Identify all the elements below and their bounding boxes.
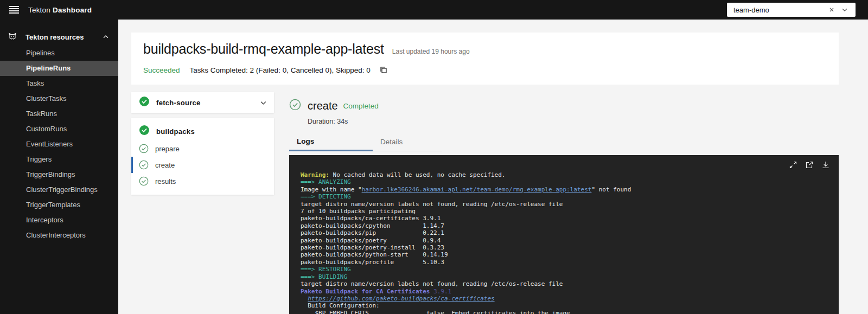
sidebar-item-tasks[interactable]: Tasks (0, 76, 118, 91)
sidebar-item-eventlisteners[interactable]: EventListeners (0, 137, 118, 152)
clear-icon[interactable] (825, 3, 838, 16)
log-viewer: Warning: No cached data will be used, no… (289, 155, 839, 314)
step-title: create (308, 100, 338, 112)
step-label: prepare (155, 145, 180, 153)
log-line: ===> DETECTING (301, 193, 839, 200)
tab-bar: Logs Details (289, 134, 839, 151)
log-line: paketo-buildpacks/procfile 5.10.3 (301, 259, 839, 266)
task-list: fetch-source buildpacks preparecreateres… (131, 92, 274, 195)
checkmark-outline-icon (139, 144, 149, 153)
log-line: Build Configuration: (301, 302, 839, 309)
duration-label: Duration: 34s (308, 118, 839, 125)
tab-logs[interactable]: Logs (289, 134, 373, 151)
chevron-up-icon (102, 33, 110, 41)
sidebar-nav: PipelinesPipelineRunsTasksClusterTasksTa… (0, 46, 118, 243)
log-toolbar (787, 158, 832, 171)
log-line: Image with name "harbor.lke366246.akamai… (301, 186, 839, 193)
maximize-icon[interactable] (787, 158, 800, 171)
log-line: target distro name/version labels not fo… (301, 280, 839, 287)
sidebar-item-clustertasks[interactable]: ClusterTasks (0, 91, 118, 106)
namespace-value: team-demo (733, 6, 825, 14)
checkmark-outline-icon (139, 160, 149, 170)
sidebar-item-clusterinterceptors[interactable]: ClusterInterceptors (0, 228, 118, 243)
log-line: ===> RESTORING (301, 266, 839, 273)
log-line: 7 of 10 buildpacks participating (301, 208, 839, 215)
tekton-logo-icon (8, 32, 17, 42)
brand-prefix: Tekton (28, 6, 53, 14)
step-list: preparecreateresults (131, 140, 274, 189)
log-line: paketo-buildpacks/poetry-install 0.3.23 (301, 244, 839, 251)
download-icon[interactable] (819, 158, 832, 171)
sidebar-item-triggerbindings[interactable]: TriggerBindings (0, 167, 118, 182)
chevron-down-icon[interactable] (838, 3, 851, 16)
log-line: paketo-buildpacks/cpython 1.14.7 (301, 222, 839, 229)
last-updated-label: Last updated 19 hours ago (392, 48, 470, 55)
sidebar-section-tekton-resources[interactable]: Tekton resources (0, 28, 118, 46)
sidebar-item-triggertemplates[interactable]: TriggerTemplates (0, 197, 118, 213)
sidebar-item-taskruns[interactable]: TaskRuns (0, 106, 118, 121)
brand-bold: Dashboard (53, 6, 92, 14)
checkmark-outline-icon (139, 176, 149, 186)
log-line: Warning: No cached data will be used, no… (301, 171, 839, 178)
main-content: buildpacks-build-rmq-example-app-latest … (118, 20, 868, 314)
sidebar-item-interceptors[interactable]: Interceptors (0, 213, 118, 228)
sidebar-item-clustertriggerbindings[interactable]: ClusterTriggerBindings (0, 182, 118, 197)
chevron-down-icon[interactable] (259, 99, 267, 107)
log-line: $BP_EMBED_CERTS false Embed certificates… (301, 310, 839, 314)
task-header-buildpacks[interactable]: buildpacks (131, 122, 274, 140)
pipelinerun-header-card: buildpacks-build-rmq-example-app-latest … (131, 33, 839, 85)
step-item-results[interactable]: results (131, 173, 274, 189)
sidebar-item-customruns[interactable]: CustomRuns (0, 121, 118, 137)
task-card-buildpacks: buildpacks preparecreateresults (131, 118, 274, 195)
sidebar-item-triggers[interactable]: Triggers (0, 152, 118, 167)
sidebar-item-pipelines[interactable]: Pipelines (0, 46, 118, 61)
namespace-selector[interactable]: team-demo (727, 3, 856, 17)
sidebar: Tekton resources PipelinesPipelineRunsTa… (0, 20, 118, 314)
task-name: fetch-source (156, 99, 201, 107)
log-line: https://github.com/paketo-buildpacks/ca-… (301, 295, 839, 302)
tab-details[interactable]: Details (373, 134, 442, 151)
tasks-summary: Tasks Completed: 2 (Failed: 0, Cancelled… (190, 66, 371, 74)
log-line: ===> ANALYZING (301, 178, 839, 185)
step-item-prepare[interactable]: prepare (131, 140, 274, 157)
checkmark-filled-icon (139, 125, 150, 138)
log-content: Warning: No cached data will be used, no… (289, 155, 839, 314)
log-line: paketo-buildpacks/pip 0.22.1 (301, 229, 839, 236)
step-status-label: Completed (343, 102, 379, 110)
checkmark-filled-icon (139, 96, 150, 109)
log-line: paketo-buildpacks/poetry 0.9.4 (301, 237, 839, 244)
page-title: buildpacks-build-rmq-example-app-latest (143, 41, 384, 57)
sidebar-item-pipelineruns[interactable]: PipelineRuns (0, 61, 118, 76)
log-line: Paketo Buildpack for CA Certificates 3.9… (301, 288, 839, 295)
task-card-fetch-source[interactable]: fetch-source (131, 92, 274, 113)
step-label: create (155, 161, 175, 169)
log-line: paketo-buildpacks/python-start 0.14.19 (301, 251, 839, 258)
sidebar-section-label: Tekton resources (25, 33, 84, 41)
step-item-create[interactable]: create (131, 157, 274, 173)
step-detail: create Completed Duration: 34s Logs Deta… (289, 99, 839, 151)
step-label: results (155, 177, 176, 185)
hamburger-menu-icon[interactable] (0, 0, 28, 20)
status-badge: Succeeded (143, 66, 180, 74)
checkmark-outline-icon (289, 99, 301, 113)
task-name: buildpacks (156, 127, 195, 136)
log-line: ===> BUILDING (301, 273, 839, 280)
copy-icon[interactable] (378, 65, 389, 75)
top-bar: Tekton Dashboard team-demo (0, 0, 868, 20)
log-line: target distro name/version labels not fo… (301, 201, 839, 208)
open-in-new-icon[interactable] (803, 158, 816, 171)
log-line: paketo-buildpacks/ca-certificates 3.9.1 (301, 215, 839, 222)
app-title: Tekton Dashboard (28, 6, 92, 14)
